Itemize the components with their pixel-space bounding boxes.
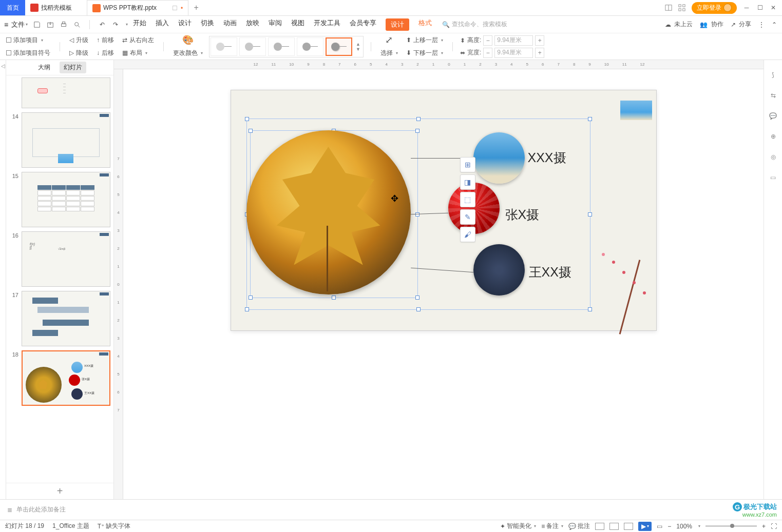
file-menu[interactable]: 文件▾ [11, 20, 28, 29]
label-2[interactable]: 张X摄 [505, 206, 540, 223]
menu-member[interactable]: 会员专享 [350, 18, 376, 31]
share-button[interactable]: ↗ 分享 [731, 20, 751, 29]
circle-beach[interactable] [473, 132, 525, 184]
more-options-icon[interactable]: ⋮ [758, 21, 765, 28]
tab-active-document[interactable]: WPS PPT教程.pptx ☐ • [87, 0, 188, 15]
height-decrease[interactable]: − [483, 35, 492, 46]
bring-forward-button[interactable]: ⬆ 上移一层▾ [404, 35, 445, 46]
style-1[interactable] [211, 37, 237, 56]
tab-docao-templates[interactable]: 找稻壳模板 [25, 0, 87, 15]
zoom-out-button[interactable]: − [667, 523, 671, 530]
float-org-icon[interactable]: ⬚ [460, 192, 475, 207]
sp-tab-outline[interactable]: 大纲 [34, 62, 54, 73]
style-3[interactable] [268, 37, 295, 56]
rsb-design-icon[interactable]: ⟆ [769, 70, 778, 80]
menu-format[interactable]: 格式 [418, 18, 432, 31]
float-text-icon[interactable]: ✎ [460, 209, 475, 225]
resize-handle[interactable] [588, 307, 592, 311]
label-1[interactable]: XXX摄 [528, 149, 566, 166]
layout-button[interactable]: ▦ 布局▾ [120, 48, 156, 58]
resize-handle[interactable] [415, 295, 419, 300]
menu-view[interactable]: 视图 [291, 18, 304, 31]
move-after-button[interactable]: ↓ 后移 [94, 48, 116, 58]
select-icon[interactable]: ⤢ [385, 34, 393, 46]
notes-bar[interactable]: ≣ 单击此处添加备注 [0, 499, 782, 520]
login-button[interactable]: 立即登录 [692, 2, 737, 14]
tab-home[interactable]: 首页 [0, 0, 25, 15]
new-slide-button[interactable]: + [6, 483, 113, 499]
circle-city-night[interactable] [473, 244, 525, 295]
notes-toggle[interactable]: ≡备注▾ [541, 522, 563, 530]
menu-design[interactable]: 设计 [178, 18, 192, 31]
close-tab-icon[interactable]: ☐ [172, 5, 178, 12]
hamburger-icon[interactable]: ≡ [4, 21, 8, 29]
resize-handle[interactable] [245, 307, 249, 311]
close-window-button[interactable]: ✕ [770, 4, 777, 11]
resize-handle[interactable] [249, 129, 253, 133]
height-input[interactable]: 9.94厘米 [494, 35, 533, 46]
undo-icon[interactable]: ↶ [98, 21, 106, 29]
collapse-panel-button[interactable]: ◁ [0, 60, 6, 499]
menu-design2[interactable]: 设计 [386, 18, 409, 31]
sp-tab-slides[interactable]: 幻灯片 [60, 62, 86, 73]
layout-icon[interactable] [665, 4, 672, 11]
menu-review[interactable]: 审阅 [269, 18, 282, 31]
promote-button[interactable]: ◁ 升级 [67, 35, 90, 46]
add-item-button[interactable]: 添加项目▾ [4, 35, 52, 46]
style-5-selected[interactable] [326, 37, 352, 56]
render-mode-icon[interactable]: ▭ [657, 523, 662, 530]
collapse-ribbon-icon[interactable]: ⌃ [772, 21, 777, 28]
slide-thumb-18[interactable]: XXX摄 张X摄 王XX摄 [22, 350, 110, 406]
menu-transition[interactable]: 切换 [201, 18, 214, 31]
resize-handle[interactable] [245, 117, 249, 121]
width-decrease[interactable]: − [483, 48, 492, 58]
qat-more-icon[interactable]: ▾ [126, 22, 128, 27]
styles-scroll-down[interactable]: ▼ [356, 47, 360, 52]
slide-stage[interactable]: XXX摄 张X摄 王XX摄 ⊞ ◨ ⬚ ✎ 🖌 ✥ [123, 69, 764, 499]
not-cloud-button[interactable]: ☁ 未上云 [665, 20, 693, 29]
command-search[interactable]: 🔍 查找命令、搜索模板 [442, 20, 507, 29]
reading-view-button[interactable] [624, 523, 633, 530]
rtl-button[interactable]: ⇄ 从右向左 [120, 35, 156, 46]
redo-icon[interactable]: ↷ [111, 21, 120, 29]
resize-handle[interactable] [588, 212, 592, 216]
styles-scroll-up[interactable]: ▲ [356, 42, 360, 47]
save-icon[interactable] [33, 21, 41, 29]
smart-beautify-button[interactable]: ✦ 智能美化▾ [500, 522, 536, 530]
height-increase[interactable]: + [535, 35, 544, 46]
change-color-button[interactable]: 更改颜色▾ [171, 48, 205, 58]
coop-button[interactable]: 👥 协作 [700, 20, 723, 29]
select-button[interactable]: 选择▾ [378, 48, 400, 58]
width-increase[interactable]: + [535, 48, 544, 58]
change-color-icon[interactable]: 🎨 [182, 34, 194, 46]
label-3[interactable]: 王XX摄 [529, 264, 571, 281]
export-icon[interactable] [46, 21, 54, 29]
corner-thumbnail[interactable] [620, 101, 652, 120]
slide-thumb-13[interactable]: ———— [22, 77, 110, 108]
menu-devtools[interactable]: 开发工具 [314, 18, 340, 31]
zoom-slider[interactable] [705, 525, 757, 527]
print-icon[interactable] [60, 21, 68, 29]
style-2[interactable] [239, 37, 266, 56]
menu-slideshow[interactable]: 放映 [246, 18, 259, 31]
move-before-button[interactable]: ↑ 前移 [94, 35, 116, 46]
resize-handle[interactable] [332, 295, 336, 300]
new-tab-button[interactable]: + [188, 0, 204, 15]
fit-window-button[interactable]: ⛶ [771, 523, 777, 530]
float-chart-icon[interactable]: ◨ [460, 174, 475, 190]
rsb-chat-icon[interactable]: 💬 [769, 111, 778, 121]
width-input[interactable]: 9.94厘米 [494, 48, 533, 58]
rsb-location-icon[interactable]: ◎ [769, 152, 778, 162]
float-brush-icon[interactable]: 🖌 [460, 227, 475, 242]
style-4[interactable] [297, 37, 323, 56]
comments-toggle[interactable]: 💬批注 [568, 522, 590, 530]
rsb-book-icon[interactable]: ▭ [769, 173, 778, 182]
rsb-sliders-icon[interactable]: ⇆ [769, 91, 778, 100]
grid-icon[interactable] [678, 4, 685, 11]
main-leaf-circle[interactable] [246, 130, 411, 294]
resize-handle[interactable] [416, 307, 421, 311]
slide-canvas[interactable]: XXX摄 张X摄 王XX摄 ⊞ ◨ ⬚ ✎ 🖌 ✥ [231, 90, 657, 331]
resize-handle[interactable] [415, 129, 419, 133]
slide-thumb-15[interactable] [22, 172, 110, 227]
normal-view-button[interactable] [595, 523, 604, 530]
